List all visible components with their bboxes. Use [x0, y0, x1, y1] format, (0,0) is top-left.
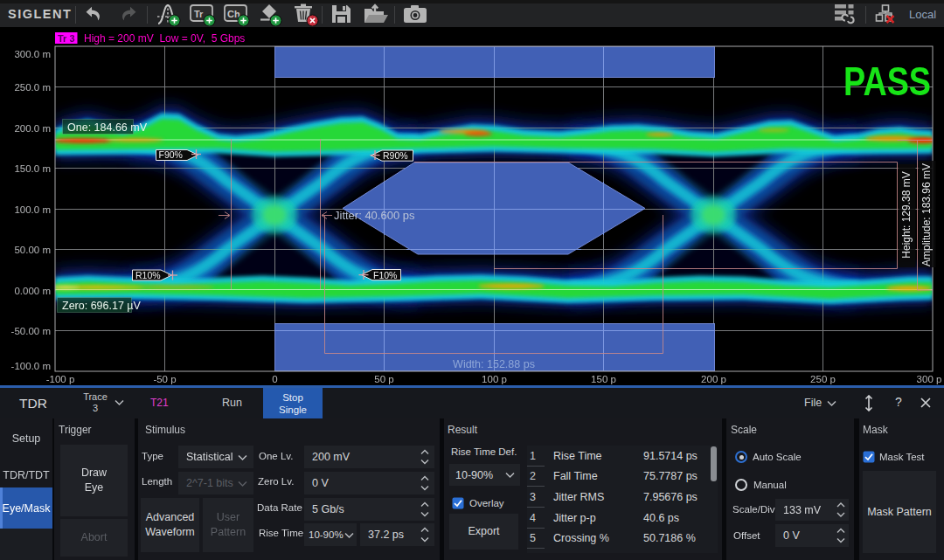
- svg-text:R10%: R10%: [135, 270, 161, 280]
- svg-text:F10%: F10%: [373, 270, 397, 280]
- svg-text:-100.0 m: -100.0 m: [11, 361, 51, 371]
- svg-text:Tr: Tr: [194, 9, 204, 19]
- svg-text:0: 0: [272, 374, 277, 384]
- svg-text:R90%: R90%: [383, 150, 408, 161]
- svg-text:Zero: 696.17 µV: Zero: 696.17 µV: [62, 300, 142, 312]
- svg-text:Tr 3: Tr 3: [58, 33, 75, 44]
- svg-text:200 p: 200 p: [701, 374, 726, 384]
- svg-text:50 p: 50 p: [374, 374, 393, 384]
- svg-text:One: 184.66 mV: One: 184.66 mV: [67, 121, 148, 134]
- svg-text:0.000 m: 0.000 m: [14, 286, 51, 296]
- svg-text:150.0 m: 150.0 m: [14, 163, 51, 174]
- svg-text:Jitter: 40.600 ps: Jitter: 40.600 ps: [334, 209, 415, 222]
- svg-text:Amplitude: 183.96 mV: Amplitude: 183.96 mV: [920, 163, 933, 266]
- svg-text:250 p: 250 p: [810, 374, 836, 384]
- svg-text:High = 200 mV Low = 0V, 5 Gb: High = 200 mV Low = 0V, 5 Gbps: [84, 32, 245, 45]
- svg-text:100.0 m: 100.0 m: [14, 204, 51, 215]
- svg-text:Height: 129.38 mV: Height: 129.38 mV: [900, 171, 913, 258]
- svg-text:-100 p: -100 p: [46, 374, 75, 384]
- svg-text:250.0 m: 250.0 m: [14, 82, 51, 93]
- svg-text:F90%: F90%: [159, 149, 183, 160]
- svg-text:-50 p: -50 p: [153, 374, 176, 384]
- svg-text:Width: 152.88 ps: Width: 152.88 ps: [453, 358, 535, 370]
- svg-text:300.0 m: 300.0 m: [14, 49, 51, 59]
- svg-text:200.0 m: 200.0 m: [14, 123, 51, 134]
- svg-text:PASS: PASS: [843, 59, 931, 104]
- svg-text:150 p: 150 p: [591, 374, 616, 384]
- svg-text:300 p: 300 p: [917, 374, 942, 384]
- svg-text:-50.00 m: -50.00 m: [11, 326, 51, 336]
- svg-text:100 p: 100 p: [482, 374, 507, 384]
- svg-text:50.00 m: 50.00 m: [14, 245, 51, 255]
